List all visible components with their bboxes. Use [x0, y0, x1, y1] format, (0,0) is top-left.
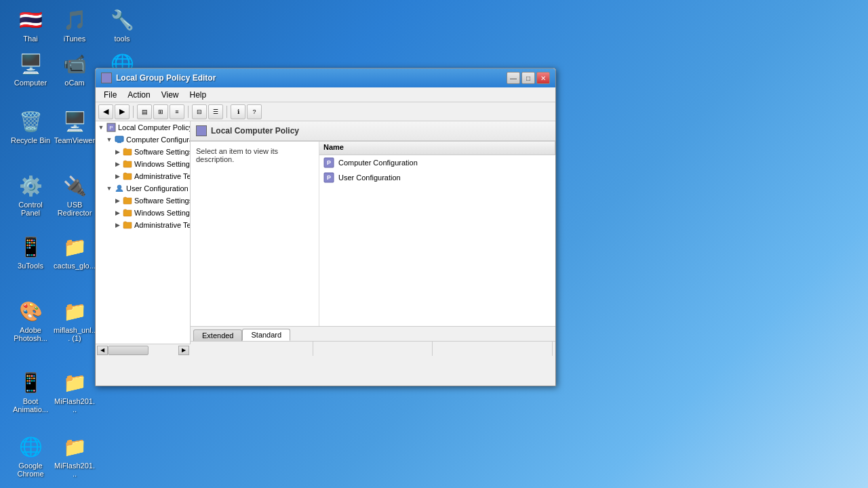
toolbar-separator-1 — [133, 106, 134, 118]
desktop-icon-ocam[interactable]: 📹 oCam — [51, 47, 98, 89]
list-view-button[interactable]: ☰ — [208, 104, 223, 119]
bottom-tabs: Extended Standard — [191, 326, 555, 341]
menu-file[interactable]: File — [98, 89, 122, 101]
desktop-icon-photoshop[interactable]: 🎨 Adobe Photosh... — [7, 295, 54, 345]
icon-label-controlpanel: Control Panel — [9, 201, 52, 217]
tree-panel: ▼ P Local Computer Policy ▼ Computer Con… — [96, 121, 191, 356]
folder-icon-4 — [123, 196, 132, 205]
desktop-icon-thai[interactable]: 🇹🇭 Thai — [7, 3, 54, 45]
window-title: Local Group Policy Editor — [116, 73, 507, 83]
tree-admin-templates-uc[interactable]: ▶ Administrative Te... — [96, 219, 190, 231]
scroll-left-arrow[interactable]: ◀ — [97, 346, 108, 355]
minimize-button[interactable]: — — [507, 72, 520, 84]
desktop-icon-tools[interactable]: 🔧 tools — [98, 3, 146, 45]
list-item-name-1: User Configuration — [338, 174, 401, 182]
tree-windows-settings-uc[interactable]: ▶ Windows Settings — [96, 207, 190, 219]
tree-root-label: Local Computer Policy — [118, 123, 191, 131]
icon-image-recycle: 🗑️ — [17, 108, 44, 135]
help-button[interactable]: ? — [247, 104, 262, 119]
tree-admin-templates-cc[interactable]: ▶ Administrative Te... — [96, 170, 190, 182]
content-body: Select an item to view its description. … — [191, 142, 555, 326]
toolbar-separator-2 — [188, 106, 189, 118]
maximize-button[interactable]: □ — [521, 72, 535, 84]
toolbar-separator-3 — [226, 106, 227, 118]
icon-image-bootanimation: 📱 — [17, 369, 44, 396]
properties-button[interactable]: ℹ — [231, 104, 245, 119]
list-item-1[interactable]: P User Configuration — [319, 170, 555, 185]
icon-image-computer: 🖥️ — [17, 50, 44, 77]
icon-label-tools: tools — [114, 35, 130, 43]
menu-help[interactable]: Help — [184, 89, 212, 101]
icon-label-cactus: cactus_glo... — [54, 262, 96, 270]
user-config-label: User Configuration — [126, 184, 189, 192]
main-area: ▼ P Local Computer Policy ▼ Computer Con… — [96, 121, 555, 356]
desktop-icon-3utools[interactable]: 📱 3uTools — [7, 230, 54, 272]
breadcrumb-icon — [196, 125, 207, 136]
tree-scrollbar[interactable]: ◀ ▶ — [96, 344, 191, 356]
tree-user-config[interactable]: ▼ User Configuration — [96, 182, 190, 195]
tab-extended[interactable]: Extended — [193, 329, 242, 341]
desktop-icon-teamviewer[interactable]: 🖥️ TeamViewer — [51, 105, 98, 147]
show-desc-button[interactable]: ≡ — [170, 104, 184, 119]
icon-image-chrome: 🌐 — [17, 433, 44, 460]
desktop-icon-chrome[interactable]: 🌐 Google Chrome — [7, 430, 54, 481]
tree-computer-config[interactable]: ▼ Computer Configura... — [96, 134, 190, 146]
desktop-icon-controlpanel[interactable]: ⚙️ Control Panel — [7, 169, 54, 220]
scroll-thumb[interactable] — [108, 346, 149, 355]
close-button[interactable]: ✕ — [536, 72, 550, 84]
sw-settings-uc-expand: ▶ — [113, 197, 121, 205]
menu-bar: File Action View Help — [96, 87, 555, 102]
show-tree-button[interactable]: ⊞ — [153, 104, 168, 119]
desktop-icon-miflash3[interactable]: 📁 MiFlash201... — [51, 430, 98, 481]
list-pane: Name P Computer Configuration P User Con… — [319, 142, 555, 326]
desktop-icon-bootanimation[interactable]: 📱 Boot Animatio... — [7, 366, 54, 416]
list-item-0[interactable]: P Computer Configuration — [319, 155, 555, 170]
desktop-icon-recycle[interactable]: 🗑️ Recycle Bin — [7, 105, 54, 147]
icon-image-cactus: 📁 — [61, 233, 88, 260]
icon-image-ocam: 📹 — [61, 50, 88, 77]
computer-config-expand: ▼ — [105, 136, 113, 144]
tree-windows-settings-cc[interactable]: ▶ Windows Settings — [96, 158, 190, 170]
tree-root[interactable]: ▼ P Local Computer Policy — [96, 121, 190, 134]
desktop-icon-computer[interactable]: 🖥️ Computer — [7, 47, 54, 89]
status-bar — [191, 341, 555, 356]
sw-settings-cc-expand: ▶ — [113, 148, 121, 156]
folder-icon-2 — [123, 159, 132, 169]
window-controls: — □ ✕ — [507, 72, 550, 84]
icon-label-usbredirector: USB Redirector — [54, 201, 96, 217]
desktop-icon-miflash[interactable]: 📁 miflash_unl... (1) — [51, 295, 98, 345]
win-settings-cc-expand: ▶ — [113, 160, 121, 168]
tab-standard[interactable]: Standard — [242, 329, 290, 341]
admin-templates-uc-expand: ▶ — [113, 221, 121, 229]
icon-image-miflash: 📁 — [61, 298, 88, 325]
standard-view-button[interactable]: ⊟ — [192, 104, 207, 119]
icon-image-controlpanel: ⚙️ — [17, 172, 44, 199]
back-button[interactable]: ◀ — [98, 104, 113, 119]
folder-icon-5 — [123, 208, 132, 218]
folder-icon-1 — [123, 147, 132, 157]
menu-view[interactable]: View — [156, 89, 184, 101]
col-name-header[interactable]: Name — [319, 142, 555, 155]
forward-button[interactable]: ▶ — [115, 104, 130, 119]
desktop-icon-itunes[interactable]: 🎵 iTunes — [51, 3, 98, 45]
scroll-right-arrow[interactable]: ▶ — [178, 346, 189, 355]
desktop-icon-miflash2[interactable]: 📁 MiFlash201... — [51, 366, 98, 416]
tree-software-settings-uc[interactable]: ▶ Software Settings — [96, 195, 190, 207]
desktop-icon-cactus[interactable]: 📁 cactus_glo... — [51, 230, 98, 272]
content-panel: Local Computer Policy Select an item to … — [191, 121, 555, 356]
admin-templates-cc-label: Administrative Te... — [134, 172, 191, 180]
tree-software-settings-cc[interactable]: ▶ Software Settings — [96, 146, 190, 158]
win-settings-cc-label: Windows Settings — [134, 160, 191, 168]
breadcrumb-text: Local Computer Policy — [211, 126, 299, 136]
menu-action[interactable]: Action — [122, 89, 155, 101]
icon-image-miflash2: 📁 — [61, 369, 88, 396]
icon-image-usbredirector: 🔌 — [61, 172, 88, 199]
desktop-icon-usbredirector[interactable]: 🔌 USB Redirector — [51, 169, 98, 220]
icon-label-photoshop: Adobe Photosh... — [9, 326, 52, 342]
list-item-name-0: Computer Configuration — [338, 159, 418, 167]
icon-image-teamviewer: 🖥️ — [61, 108, 88, 135]
icon-label-itunes: iTunes — [64, 35, 86, 43]
status-segment-2 — [313, 342, 433, 356]
up-button[interactable]: ▤ — [137, 104, 152, 119]
gpo-editor-window: Local Group Policy Editor — □ ✕ File Act… — [95, 68, 556, 386]
